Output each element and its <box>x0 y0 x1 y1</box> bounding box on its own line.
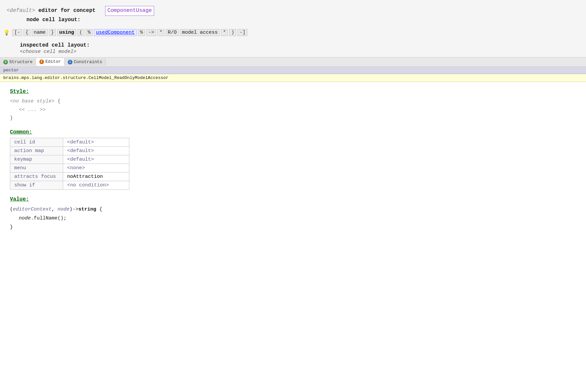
tab-structure[interactable]: S Structure <box>0 59 36 65</box>
token-arrow[interactable]: -> <box>146 29 156 36</box>
token-bracket-close[interactable]: -] <box>237 29 247 36</box>
style-line2: << ... >> <box>10 106 576 114</box>
token-model-access[interactable]: model access <box>180 29 220 36</box>
editor-for-concept-label: editor for concept <box>38 8 96 14</box>
path-bar: brains.mps.lang.editor.structure.CellMod… <box>0 74 586 82</box>
value-node-param: node <box>58 207 69 212</box>
table-row: action map <default> <box>10 146 129 155</box>
style-line1: <no base style> { <box>10 97 576 106</box>
inspected-title: inspected cell layout: <box>20 42 579 48</box>
header-section: <default> editor for concept ComponentUs… <box>0 0 586 27</box>
token-percent2[interactable]: % <box>138 29 145 36</box>
constraints-tab-icon: i <box>68 60 72 64</box>
header-line1: <default> editor for concept ComponentUs… <box>7 6 579 16</box>
token-paren-open[interactable]: ( <box>77 29 84 36</box>
token-star2[interactable]: * <box>221 29 228 36</box>
value-arrow-string: )-> <box>69 207 78 212</box>
attracts-focus-value[interactable]: noAttraction <box>63 172 129 181</box>
structure-tab-label: Structure <box>9 59 32 64</box>
token-brace-close[interactable]: } <box>49 29 56 36</box>
style-line3: } <box>10 114 576 123</box>
value-section-title: Value: <box>10 196 576 202</box>
path-text: brains.mps.lang.editor.structure.CellMod… <box>3 75 168 80</box>
token-ro[interactable]: R/O <box>166 29 179 36</box>
menu-value[interactable]: <none> <box>63 164 129 172</box>
concept-name-box[interactable]: ComponentUsage <box>105 6 154 16</box>
token-using[interactable]: using <box>57 29 76 36</box>
show-if-value[interactable]: <no condition> <box>63 181 129 189</box>
menu-label: menu <box>10 164 63 172</box>
style-ellipsis: << ... >> <box>19 107 46 113</box>
show-if-label: show if <box>10 181 63 189</box>
inspected-section: inspected cell layout: <choose cell mode… <box>0 38 586 57</box>
attracts-focus-label: attracts focus <box>10 172 63 181</box>
tab-editor[interactable]: E Editor <box>36 58 64 66</box>
keymap-label: keymap <box>10 155 63 164</box>
token-brace-open[interactable]: { <box>23 29 30 36</box>
token-used-component[interactable]: usedComponent <box>94 29 137 36</box>
value-comma: , <box>52 207 55 212</box>
node-cell-row: 💡 [- { name } using ( % usedComponent % … <box>0 27 586 38</box>
token-star1[interactable]: * <box>157 29 164 36</box>
table-row: attracts focus noAttraction <box>10 172 129 181</box>
default-keyword: <default> <box>7 8 38 14</box>
value-code-block: (editorContext, node)->string { node.ful… <box>10 205 576 232</box>
token-name[interactable]: name <box>32 29 48 36</box>
header-line2: node cell layout: <box>7 16 579 24</box>
editor-tab-label: Editor <box>45 59 61 64</box>
common-table: cell id <default> action map <default> k… <box>10 138 129 190</box>
value-line3: } <box>10 223 576 232</box>
value-line1: (editorContext, node)->string { <box>10 205 576 214</box>
cell-id-label: cell id <box>10 138 63 146</box>
tab-constraints[interactable]: i Constraints <box>64 59 106 65</box>
content-area: Style: <no base style> { << ... >> } Com… <box>0 82 586 242</box>
value-node-ref: node <box>19 216 31 221</box>
value-paren-open: ( <box>10 207 13 212</box>
constraints-tab-label: Constraints <box>74 59 102 64</box>
editor-tab-icon: E <box>39 59 44 64</box>
common-section-title: Common: <box>10 129 576 135</box>
table-row: keymap <default> <box>10 155 129 164</box>
tabs-bar: S Structure E Editor i Constraints <box>0 57 586 67</box>
style-code-block: <no base style> { << ... >> } <box>10 97 576 123</box>
table-row: show if <no condition> <box>10 181 129 189</box>
keymap-value[interactable]: <default> <box>63 155 129 164</box>
value-editor-context: editorContext <box>13 207 52 212</box>
inspector-bar: pector <box>0 67 586 74</box>
style-section-title: Style: <box>10 89 576 95</box>
inspected-choose[interactable]: <choose cell model> <box>20 49 579 55</box>
table-row: cell id <default> <box>10 138 129 146</box>
main-container: <default> editor for concept ComponentUs… <box>0 0 586 392</box>
bulb-icon: 💡 <box>3 29 10 36</box>
value-dot: . <box>31 216 34 221</box>
token-bracket-open[interactable]: [- <box>12 29 22 36</box>
value-line2: node.fullName(); <box>10 214 576 223</box>
style-line1-text: <no base style> <box>10 98 55 104</box>
cell-id-value[interactable]: <default> <box>63 138 129 146</box>
token-paren-close[interactable]: ) <box>229 29 236 36</box>
action-map-value[interactable]: <default> <box>63 146 129 155</box>
table-row: menu <none> <box>10 164 129 172</box>
value-brace-close: } <box>10 224 13 230</box>
value-brace-open: { <box>99 207 102 212</box>
inspector-text: pector <box>3 68 19 73</box>
value-string-keyword: string <box>78 207 96 212</box>
action-map-label: action map <box>10 146 63 155</box>
structure-tab-icon: S <box>3 60 8 64</box>
value-fullname-call: fullName(); <box>34 216 66 221</box>
token-percent1[interactable]: % <box>86 29 93 36</box>
